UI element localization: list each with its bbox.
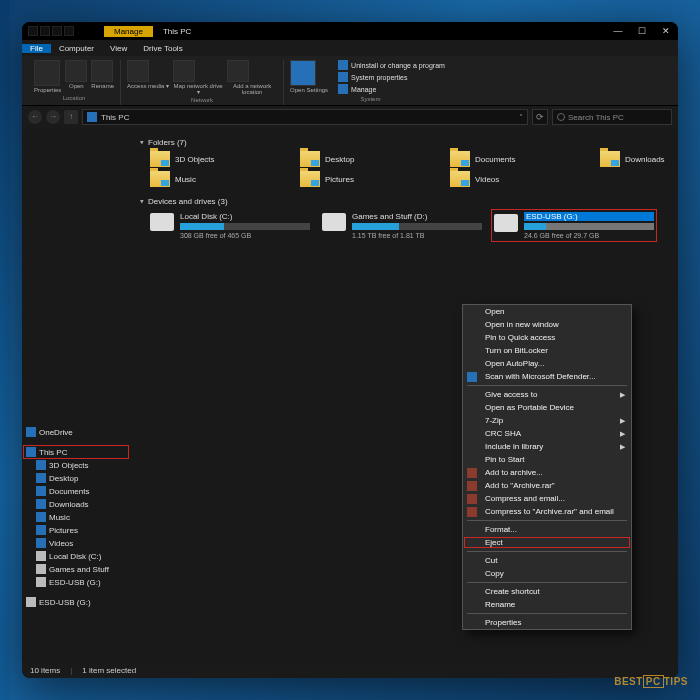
menu-item-label: Open	[485, 307, 505, 316]
sidebar-item-videos[interactable]: Videos	[24, 537, 128, 549]
chevron-down-icon[interactable]: ˅	[519, 113, 523, 122]
sidebar-item-3d-objects[interactable]: 3D Objects	[24, 459, 128, 471]
context-menu-item[interactable]: Rename	[463, 598, 631, 611]
drive-icon	[150, 213, 174, 231]
menu-item-label: Compress to "Archive.rar" and email	[485, 507, 614, 516]
rename-button[interactable]: Rename	[91, 60, 114, 93]
sidebar-item-local-disk[interactable]: Local Disk (C:)	[24, 550, 128, 562]
context-menu-item[interactable]: 7-Zip▶	[463, 414, 631, 427]
menu-item-icon	[467, 481, 477, 491]
context-menu-item[interactable]: Properties	[463, 616, 631, 629]
context-menu-item[interactable]: Create shortcut	[463, 585, 631, 598]
sidebar-item-esd-usb[interactable]: ESD-USB (G:)	[24, 576, 128, 588]
section-header-devices[interactable]: ▸Devices and drives (3)	[140, 197, 668, 206]
drive-local-disk-c[interactable]: Local Disk (C:) 308 GB free of 465 GB	[150, 212, 310, 239]
titlebar[interactable]: Manage This PC — ☐ ✕	[22, 22, 678, 40]
system-properties-button[interactable]: System properties	[338, 72, 445, 82]
context-menu-item[interactable]: Add to "Archive.rar"	[463, 479, 631, 492]
context-menu-item[interactable]: Turn on BitLocker	[463, 344, 631, 357]
section-header-folders[interactable]: ▸Folders (7)	[140, 138, 668, 147]
qat-icon[interactable]	[28, 26, 38, 36]
context-menu-item[interactable]: Open	[463, 305, 631, 318]
search-placeholder: Search This PC	[568, 113, 624, 122]
capacity-bar	[352, 223, 482, 230]
usb-icon	[26, 597, 36, 607]
ribbon-group-label: System	[360, 96, 380, 102]
context-menu-item[interactable]: Open AutoPlay...	[463, 357, 631, 370]
context-menu-item[interactable]: Scan with Microsoft Defender...	[463, 370, 631, 383]
tab-drive-tools[interactable]: Drive Tools	[135, 44, 190, 53]
folder-3d-objects[interactable]: 3D Objects	[150, 151, 270, 167]
context-menu-item[interactable]: Eject	[463, 536, 631, 549]
folder-pictures[interactable]: Pictures	[300, 171, 420, 187]
context-menu-item[interactable]: Format...	[463, 523, 631, 536]
chevron-down-icon: ▸	[138, 141, 146, 145]
refresh-button[interactable]: ⟳	[532, 109, 548, 125]
menu-item-label: CRC SHA	[485, 429, 521, 438]
context-menu-item[interactable]: Include in library▶	[463, 440, 631, 453]
folder-icon	[36, 473, 46, 483]
context-menu-item[interactable]: Open in new window	[463, 318, 631, 331]
qat-icon[interactable]	[52, 26, 62, 36]
folder-music[interactable]: Music	[150, 171, 270, 187]
context-menu-item[interactable]: Add to archive...	[463, 466, 631, 479]
tab-view[interactable]: View	[102, 44, 135, 53]
submenu-arrow-icon: ▶	[620, 443, 625, 451]
context-menu-item[interactable]: Pin to Start	[463, 453, 631, 466]
context-menu-item[interactable]: Cut	[463, 554, 631, 567]
map-drive-button[interactable]: Map network drive ▾	[173, 60, 223, 95]
add-network-button[interactable]: Add a network location	[227, 60, 277, 95]
sidebar-item-documents[interactable]: Documents	[24, 485, 128, 497]
sidebar-item-esd-usb-2[interactable]: ESD-USB (G:)	[24, 596, 128, 608]
up-button[interactable]: ↑	[64, 110, 78, 124]
title-tabs: Manage This PC	[104, 26, 201, 37]
sidebar-item-downloads[interactable]: Downloads	[24, 498, 128, 510]
drive-esd-usb[interactable]: ESD-USB (G:) 24.6 GB free of 29.7 GB	[492, 210, 656, 241]
breadcrumb[interactable]: This PC	[101, 113, 129, 122]
folder-desktop[interactable]: Desktop	[300, 151, 420, 167]
folder-documents[interactable]: Documents	[450, 151, 570, 167]
sidebar-item-music[interactable]: Music	[24, 511, 128, 523]
contextual-tab-manage[interactable]: Manage	[104, 26, 153, 37]
open-button[interactable]: Open	[65, 60, 87, 93]
menu-item-label: Pin to Quick access	[485, 333, 555, 342]
sidebar-item-onedrive[interactable]: OneDrive	[24, 426, 128, 438]
forward-button[interactable]: →	[46, 110, 60, 124]
context-menu-item[interactable]: Compress and email...	[463, 492, 631, 505]
properties-button[interactable]: Properties	[34, 60, 61, 93]
sidebar-item-desktop[interactable]: Desktop	[24, 472, 128, 484]
back-button[interactable]: ←	[28, 110, 42, 124]
folder-videos[interactable]: Videos	[450, 171, 570, 187]
folder-icon	[36, 525, 46, 535]
folder-icon	[600, 151, 620, 167]
minimize-button[interactable]: —	[606, 26, 630, 36]
context-menu-item[interactable]: Copy	[463, 567, 631, 580]
access-media-button[interactable]: Access media ▾	[127, 60, 169, 95]
maximize-button[interactable]: ☐	[630, 26, 654, 36]
status-selected: 1 item selected	[82, 666, 136, 675]
capacity-bar	[524, 223, 654, 230]
context-menu-item[interactable]: Compress to "Archive.rar" and email	[463, 505, 631, 518]
uninstall-button[interactable]: Uninstall or change a program	[338, 60, 445, 70]
folder-downloads[interactable]: Downloads	[600, 151, 678, 167]
folder-icon	[36, 512, 46, 522]
search-input[interactable]: Search This PC	[552, 109, 672, 125]
sidebar-item-pictures[interactable]: Pictures	[24, 524, 128, 536]
close-button[interactable]: ✕	[654, 26, 678, 36]
tab-file[interactable]: File	[22, 44, 51, 53]
watermark: BESTPCTIPS	[614, 675, 688, 688]
tab-computer[interactable]: Computer	[51, 44, 102, 53]
context-menu-item[interactable]: Give access to▶	[463, 388, 631, 401]
context-menu-item[interactable]: Pin to Quick access	[463, 331, 631, 344]
context-menu-item[interactable]: Open as Portable Device	[463, 401, 631, 414]
folder-icon	[450, 151, 470, 167]
sidebar-item-this-pc[interactable]: This PC	[24, 446, 128, 458]
open-settings-button[interactable]: Open Settings	[290, 60, 328, 94]
context-menu-item[interactable]: CRC SHA▶	[463, 427, 631, 440]
qat-icon[interactable]	[64, 26, 74, 36]
qat-icon[interactable]	[40, 26, 50, 36]
manage-button[interactable]: Manage	[338, 84, 445, 94]
address-bar[interactable]: This PC ˅	[82, 109, 528, 125]
sidebar-item-games[interactable]: Games and Stuff	[24, 563, 128, 575]
drive-games[interactable]: Games and Stuff (D:) 1.15 TB free of 1.8…	[322, 212, 482, 239]
